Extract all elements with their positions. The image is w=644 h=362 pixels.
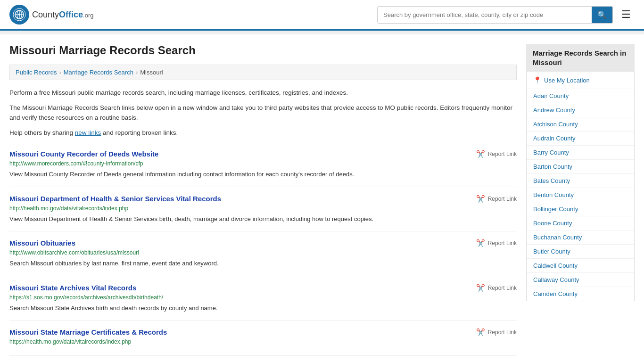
logo-text: CountyOffice.org — [32, 10, 93, 20]
breadcrumb-public-records[interactable]: Public Records — [16, 69, 57, 76]
breadcrumb-sep-1: › — [59, 69, 61, 76]
breadcrumb-sep-2: › — [136, 69, 138, 76]
record-title-2[interactable]: Missouri Obituaries — [9, 239, 75, 247]
record-url-0: http://www.morecorders.com/#!county-info… — [9, 160, 517, 167]
record-url-4: https://health.mo.gov/data/vitalrecords/… — [9, 338, 517, 345]
record-item: Missouri State Archives Vital Records ✂️… — [9, 276, 517, 321]
record-item: Missouri State Marriage Certificates & R… — [9, 321, 517, 356]
search-button[interactable]: 🔍 — [592, 7, 612, 23]
report-link-3[interactable]: ✂️ Report Link — [476, 284, 517, 292]
breadcrumb-marriage-records[interactable]: Marriage Records Search — [64, 69, 133, 76]
content-area: Missouri Marriage Records Search Public … — [9, 44, 517, 356]
sidebar-county-adair-county[interactable]: Adair County — [527, 89, 634, 103]
intro-text-3-prefix: Help others by sharing — [9, 129, 75, 136]
sidebar-county-andrew-county[interactable]: Andrew County — [527, 103, 634, 117]
scissors-icon-2: ✂️ — [476, 239, 485, 247]
logo-icon — [9, 5, 29, 25]
intro-text-1: Perform a free Missouri public marriage … — [9, 88, 517, 98]
header-right: 🔍 ☰ — [377, 6, 635, 24]
use-my-location-label: Use My Location — [544, 77, 590, 84]
record-desc-2: Search Missouri obituaries by last name,… — [9, 259, 517, 268]
sub-header-bar — [0, 31, 644, 34]
sidebar-county-barry-county[interactable]: Barry County — [527, 146, 634, 160]
record-item: Missouri Department of Health & Senior S… — [9, 187, 517, 232]
sidebar-county-bates-county[interactable]: Bates County — [527, 174, 634, 188]
report-label-0: Report Link — [488, 151, 517, 157]
intro-text-3-suffix: and reporting broken links. — [101, 129, 178, 136]
sidebar-county-camden-county[interactable]: Camden County — [527, 287, 634, 301]
sidebar-county-barton-county[interactable]: Barton County — [527, 160, 634, 174]
record-url-1: http://health.mo.gov/data/vitalrecords/i… — [9, 205, 517, 212]
main-container: Missouri Marriage Records Search Public … — [0, 34, 644, 362]
report-label-1: Report Link — [488, 196, 517, 202]
sidebar-title: Marriage Records Search in Missouri — [526, 44, 635, 72]
intro-text-2: The Missouri Marriage Records Search lin… — [9, 103, 517, 123]
record-item: Missouri Obituaries ✂️ Report Link http:… — [9, 231, 517, 276]
record-item: Missouri County Recorder of Deeds Websit… — [9, 142, 517, 187]
report-link-4[interactable]: ✂️ Report Link — [476, 328, 517, 337]
sidebar-county-audrain-county[interactable]: Audrain County — [527, 132, 634, 146]
sidebar-county-caldwell-county[interactable]: Caldwell County — [527, 259, 634, 273]
report-label-4: Report Link — [488, 329, 517, 336]
record-title-1[interactable]: Missouri Department of Health & Senior S… — [9, 195, 221, 203]
record-url-2: http://www.obitsarchive.com/obituaries/u… — [9, 249, 517, 256]
page-title: Missouri Marriage Records Search — [9, 44, 517, 57]
scissors-icon-4: ✂️ — [476, 328, 485, 337]
record-desc-1: View Missouri Department of Health & Sen… — [9, 214, 517, 224]
record-desc-3: Search Missouri State Archives birth and… — [9, 304, 517, 313]
logo-area: CountyOffice.org — [9, 5, 93, 25]
search-bar: 🔍 — [377, 6, 613, 24]
breadcrumb: Public Records › Marriage Records Search… — [9, 65, 517, 80]
record-title-4[interactable]: Missouri State Marriage Certificates & R… — [9, 328, 167, 336]
sidebar-content: 📍 Use My Location Adair CountyAndrew Cou… — [526, 72, 635, 301]
breadcrumb-current: Missouri — [140, 69, 163, 76]
report-label-3: Report Link — [488, 285, 517, 291]
report-link-2[interactable]: ✂️ Report Link — [476, 239, 517, 247]
scissors-icon-1: ✂️ — [476, 195, 485, 203]
sidebar-county-boone-county[interactable]: Boone County — [527, 216, 634, 230]
record-url-3: https://s1.sos.mo.gov/records/archives/a… — [9, 294, 517, 301]
site-header: CountyOffice.org 🔍 ☰ — [0, 0, 644, 31]
search-input[interactable] — [378, 8, 592, 22]
new-links-link[interactable]: new links — [75, 129, 101, 136]
scissors-icon-3: ✂️ — [476, 284, 485, 292]
sidebar-county-bollinger-county[interactable]: Bollinger County — [527, 202, 634, 216]
location-icon: 📍 — [533, 76, 541, 84]
record-desc-0: View Missouri County Recorder of Deeds g… — [9, 170, 517, 179]
svg-point-5 — [18, 14, 20, 16]
sidebar: Marriage Records Search in Missouri 📍 Us… — [526, 44, 635, 356]
sidebar-county-atchison-county[interactable]: Atchison County — [527, 117, 634, 132]
records-list: Missouri County Recorder of Deeds Websit… — [9, 142, 517, 356]
use-my-location[interactable]: 📍 Use My Location — [527, 72, 634, 89]
record-title-0[interactable]: Missouri County Recorder of Deeds Websit… — [9, 150, 158, 158]
sidebar-county-benton-county[interactable]: Benton County — [527, 188, 634, 202]
intro-text-3: Help others by sharing new links and rep… — [9, 128, 517, 138]
report-label-2: Report Link — [488, 240, 517, 247]
report-link-1[interactable]: ✂️ Report Link — [476, 195, 517, 203]
scissors-icon-0: ✂️ — [476, 150, 485, 158]
sidebar-county-butler-county[interactable]: Butler County — [527, 245, 634, 259]
sidebar-county-buchanan-county[interactable]: Buchanan County — [527, 230, 634, 245]
record-title-3[interactable]: Missouri State Archives Vital Records — [9, 284, 136, 292]
menu-button[interactable]: ☰ — [618, 7, 635, 23]
report-link-0[interactable]: ✂️ Report Link — [476, 150, 517, 158]
county-list: Adair CountyAndrew CountyAtchison County… — [527, 89, 634, 301]
sidebar-county-callaway-county[interactable]: Callaway County — [527, 273, 634, 287]
